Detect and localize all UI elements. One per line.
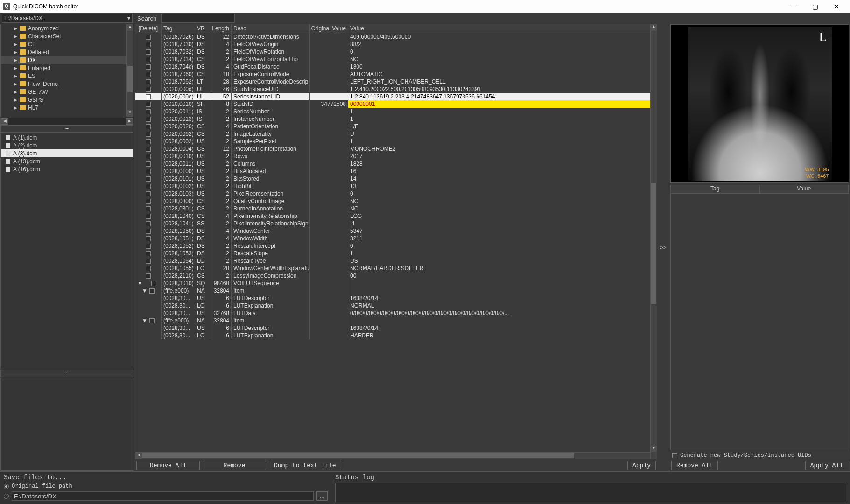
table-row[interactable]: (0018,7062)LT28ExposureControlModeDescri… — [135, 78, 657, 85]
scroll-right-icon[interactable]: ▶ — [126, 118, 133, 125]
table-row[interactable]: (0028,0100)US2BitsAllocated16 — [135, 168, 657, 175]
value-cell[interactable]: NO — [348, 197, 657, 205]
table-row[interactable]: (0028,0002)US2SamplesPerPixel1 — [135, 138, 657, 145]
expand-icon[interactable]: ▶ — [13, 58, 18, 63]
delete-checkbox[interactable] — [146, 184, 151, 189]
file-item[interactable]: A (1).dcm — [1, 133, 133, 141]
delete-checkbox[interactable] — [146, 169, 151, 174]
delete-checkbox[interactable] — [146, 102, 151, 107]
value-cell[interactable]: US — [348, 257, 657, 265]
header-original-value[interactable]: Original Value — [310, 24, 348, 33]
folder-item[interactable]: ▶CT — [1, 40, 133, 48]
value-cell[interactable]: 00000001 — [348, 100, 657, 108]
remove-button[interactable]: Remove — [203, 461, 266, 470]
file-item[interactable]: A (2).dcm — [1, 141, 133, 149]
table-row[interactable]: (0020,0013)IS2InstanceNumber1 — [135, 115, 657, 123]
folder-item[interactable]: ▶DX — [1, 56, 133, 64]
dump-button[interactable]: Dump to text file — [269, 461, 341, 470]
value-cell[interactable]: 88/2 — [348, 41, 657, 48]
delete-checkbox[interactable] — [146, 139, 151, 144]
table-row[interactable]: (0028,0103)US2PixelRepresentation0 — [135, 190, 657, 197]
value-cell[interactable] — [348, 287, 657, 294]
radio-custom-path[interactable] — [4, 494, 9, 499]
value-cell[interactable]: HARDER — [348, 332, 657, 339]
delete-checkbox[interactable] — [146, 259, 151, 264]
remove-all-left-button[interactable]: Remove All — [136, 461, 200, 470]
value-cell[interactable]: -1 — [348, 220, 657, 227]
table-row[interactable]: (0028,1052)DS2RescaleIntercept0 — [135, 242, 657, 250]
delete-checkbox[interactable] — [146, 124, 151, 129]
delete-checkbox[interactable] — [146, 199, 151, 204]
header-value[interactable]: Value — [348, 24, 657, 33]
minimize-button[interactable]: — — [783, 3, 804, 10]
table-row[interactable]: (0018,704c)DS4GridFocalDistance1300 — [135, 63, 657, 70]
delete-checkbox[interactable] — [146, 236, 151, 241]
table-vscrollbar[interactable]: ▲ ▼ — [650, 24, 657, 459]
value-cell[interactable]: NO — [348, 205, 657, 212]
delete-checkbox[interactable] — [146, 161, 151, 167]
table-row[interactable]: ▼(fffe,e000)NA32804Item — [135, 317, 657, 324]
delete-checkbox[interactable] — [146, 72, 151, 77]
header-vr[interactable]: VR — [195, 24, 210, 33]
table-row[interactable]: (0028,1040)CS4PixelIntensityRelationship… — [135, 212, 657, 220]
expand-icon[interactable]: ▼ — [137, 280, 143, 287]
radio-original-path[interactable] — [4, 484, 9, 489]
folder-item[interactable]: ▶Flow_Demo_ — [1, 80, 133, 88]
file-item[interactable]: A (3).dcm — [1, 149, 133, 157]
expand-icon[interactable]: ▶ — [13, 82, 18, 86]
delete-checkbox[interactable] — [146, 57, 151, 62]
value-cell[interactable]: 1300 — [348, 63, 657, 70]
add-folder-button[interactable]: + — [0, 125, 133, 133]
delete-checkbox[interactable] — [146, 214, 151, 219]
folder-item[interactable]: ▶CharacterSet — [1, 32, 133, 40]
value-cell[interactable]: LOG — [348, 212, 657, 220]
value-cell[interactable]: 1.2.410.200022.500.20130508093530.113302… — [348, 85, 657, 93]
dicom-tag-table[interactable]: [Delete] Tag VR Length Desc Original Val… — [135, 24, 657, 459]
value-cell[interactable]: 3211 — [348, 235, 657, 242]
expand-icon[interactable]: ▶ — [13, 105, 18, 110]
value-cell[interactable]: NORMAL — [348, 302, 657, 309]
value-cell[interactable]: U — [348, 130, 657, 138]
value-cell[interactable]: 0 — [348, 48, 657, 56]
value-cell[interactable]: 1 — [348, 250, 657, 257]
table-row[interactable]: (0028,2110)CS2LossyImageCompression00 — [135, 272, 657, 280]
value-cell[interactable]: 1.2.840.113619.2.203.4.2147483647.136797… — [348, 93, 657, 100]
tv-header-value[interactable]: Value — [760, 185, 849, 193]
table-row[interactable]: (0018,7034)CS2FieldOfViewHorizontalFlipN… — [135, 56, 657, 63]
folder-item[interactable]: ▶Deflated — [1, 48, 133, 56]
remove-all-right-button[interactable]: Remove All — [671, 461, 718, 470]
delete-checkbox[interactable] — [146, 94, 151, 99]
folder-item[interactable]: ▶GE_AW — [1, 88, 133, 96]
delete-checkbox[interactable] — [146, 132, 151, 137]
value-cell[interactable]: 0/0/0/0/0/0/0/0/0/0/0/0/0/0/0/0/0/0/0/0/… — [348, 309, 657, 317]
value-cell[interactable]: NORMAL/HARDER/SOFTER — [348, 265, 657, 272]
file-list[interactable]: A (1).dcmA (2).dcmA (3).dcmA (13).dcmA (… — [0, 133, 133, 369]
expand-icon[interactable]: ▶ — [13, 34, 18, 39]
value-cell[interactable]: NO — [348, 56, 657, 63]
table-row[interactable]: (0028,0300)CS2QualityControlImageNO — [135, 197, 657, 205]
delete-checkbox[interactable] — [146, 79, 151, 84]
delete-checkbox[interactable] — [146, 35, 151, 40]
expand-icon[interactable]: ▼ — [142, 287, 148, 294]
search-input[interactable] — [161, 14, 235, 23]
scroll-left-icon[interactable]: ◀ — [1, 118, 8, 125]
path-combobox[interactable]: E:/Datasets/DX ▾ — [2, 14, 133, 23]
table-row[interactable]: (0028,1050)DS4WindowCenter5347 — [135, 227, 657, 235]
table-row[interactable]: (0028,30...US6LUTDescriptor16384/0/14 — [135, 324, 657, 332]
value-cell[interactable]: 00 — [348, 272, 657, 280]
expand-icon[interactable]: ▶ — [13, 74, 18, 78]
header-length[interactable]: Length — [210, 24, 232, 33]
table-row[interactable]: (0028,30...US6LUTDescriptor16384/0/14 — [135, 294, 657, 302]
table-row[interactable]: (0028,1041)SS2PixelIntensityRelationship… — [135, 220, 657, 227]
delete-checkbox[interactable] — [146, 87, 151, 92]
folder-item[interactable]: ▶HL7 — [1, 104, 133, 112]
value-cell[interactable]: 0 — [348, 242, 657, 250]
delete-checkbox[interactable] — [146, 206, 151, 211]
value-cell[interactable]: 16 — [348, 168, 657, 175]
table-row[interactable]: ▼(fffe,e000)NA32804Item — [135, 287, 657, 294]
delete-checkbox[interactable] — [149, 318, 155, 323]
table-row[interactable]: (0028,0102)US2HighBit13 — [135, 182, 657, 190]
maximize-button[interactable]: ▢ — [804, 3, 826, 10]
table-row[interactable]: (0028,1053)DS2RescaleSlope1 — [135, 250, 657, 257]
table-row[interactable]: (0018,7026)DS22DetectorActiveDimensions4… — [135, 33, 657, 41]
